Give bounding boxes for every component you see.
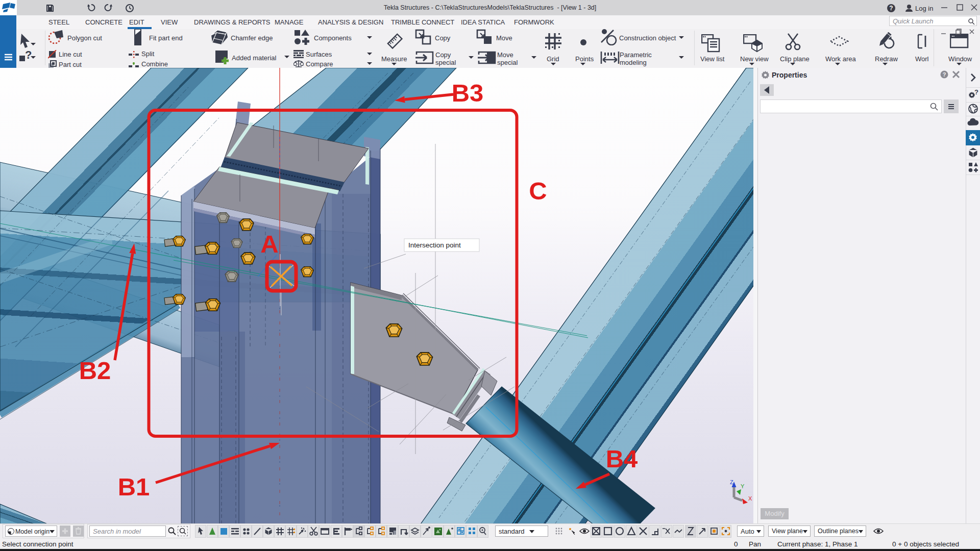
svg-text:X: X <box>748 495 752 502</box>
svg-text:C: C <box>529 177 547 205</box>
svg-text:B1: B1 <box>118 473 150 500</box>
svg-text:?: ? <box>889 5 893 12</box>
svg-text:Z: Z <box>730 479 733 485</box>
svg-text:?: ? <box>943 71 946 78</box>
svg-text:B3: B3 <box>452 79 484 107</box>
svg-text:A: A <box>260 230 278 258</box>
svg-text:Y: Y <box>741 483 745 489</box>
svg-text:B2: B2 <box>79 357 111 384</box>
svg-text:Intersection point: Intersection point <box>408 241 461 249</box>
svg-text:?: ? <box>974 88 978 96</box>
svg-text:B4: B4 <box>606 445 638 472</box>
